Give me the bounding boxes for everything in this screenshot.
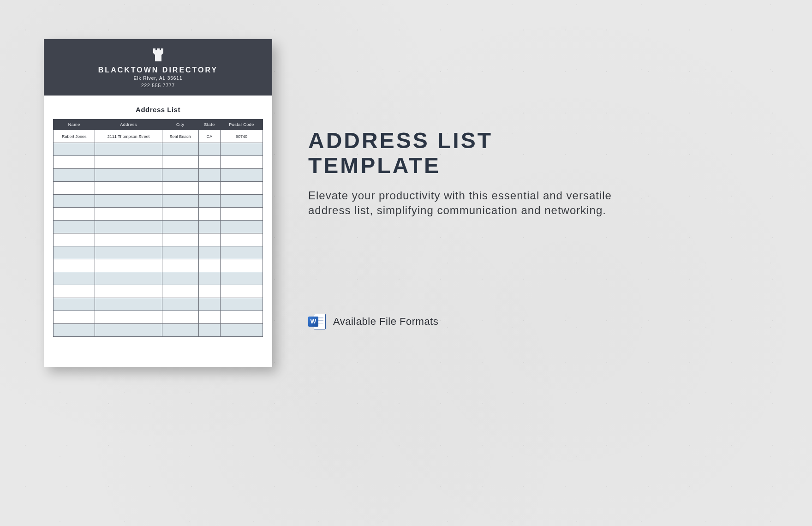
cell-empty — [199, 285, 221, 298]
table-row — [54, 156, 263, 169]
cell-empty — [199, 233, 221, 246]
list-heading: Address List — [44, 106, 272, 114]
cell-empty — [199, 182, 221, 195]
cell-state: CA — [199, 130, 221, 143]
cell-empty — [221, 246, 263, 259]
cell-empty — [162, 259, 199, 272]
cell-empty — [221, 208, 263, 221]
col-name: Name — [54, 120, 95, 130]
col-city: City — [162, 120, 199, 130]
cell-empty — [162, 156, 199, 169]
cell-empty — [162, 272, 199, 285]
cell-empty — [95, 285, 162, 298]
cell-empty — [95, 298, 162, 311]
table-row — [54, 272, 263, 285]
file-formats: W Available File Formats — [308, 313, 438, 330]
cell-empty — [54, 143, 95, 156]
file-formats-label: Available File Formats — [333, 316, 438, 328]
cell-empty — [95, 182, 162, 195]
cell-empty — [199, 156, 221, 169]
cell-empty — [221, 182, 263, 195]
cell-empty — [199, 298, 221, 311]
promo-title: ADDRESS LIST TEMPLATE — [308, 128, 668, 178]
cell-empty — [54, 311, 95, 324]
cell-empty — [95, 233, 162, 246]
cell-empty — [54, 195, 95, 208]
cell-empty — [199, 169, 221, 182]
table-row — [54, 169, 263, 182]
cell-empty — [221, 311, 263, 324]
cell-empty — [95, 246, 162, 259]
cell-empty — [95, 156, 162, 169]
cell-city: Seal Beach — [162, 130, 199, 143]
promo-block: ADDRESS LIST TEMPLATE Elevate your produ… — [308, 128, 668, 218]
cell-empty — [54, 233, 95, 246]
document-address-line: Elk River, AL 35611 — [48, 75, 268, 82]
table-header-row: Name Address City State Postal Code — [54, 120, 263, 130]
cell-empty — [199, 324, 221, 337]
cell-empty — [54, 324, 95, 337]
cell-empty — [162, 221, 199, 233]
table-row — [54, 221, 263, 233]
cell-empty — [199, 143, 221, 156]
table-row — [54, 311, 263, 324]
cell-empty — [221, 156, 263, 169]
cell-empty — [54, 169, 95, 182]
table-row — [54, 208, 263, 221]
cell-empty — [54, 208, 95, 221]
cell-empty — [54, 285, 95, 298]
cell-empty — [162, 169, 199, 182]
cell-name: Robert Jones — [54, 130, 95, 143]
cell-empty — [162, 233, 199, 246]
cell-empty — [95, 143, 162, 156]
cell-empty — [221, 195, 263, 208]
table-row — [54, 246, 263, 259]
col-postal: Postal Code — [221, 120, 263, 130]
cell-empty — [54, 259, 95, 272]
cell-empty — [162, 182, 199, 195]
col-state: State — [199, 120, 221, 130]
cell-empty — [221, 233, 263, 246]
address-table: Name Address City State Postal Code Robe… — [53, 119, 263, 337]
document-phone: 222 555 7777 — [48, 83, 268, 89]
cell-empty — [95, 195, 162, 208]
cell-empty — [199, 246, 221, 259]
cell-empty — [199, 311, 221, 324]
table-row — [54, 233, 263, 246]
cell-empty — [162, 208, 199, 221]
cell-empty — [221, 272, 263, 285]
promo-description: Elevate your productivity with this esse… — [308, 188, 631, 218]
cell-empty — [95, 259, 162, 272]
cell-empty — [162, 143, 199, 156]
cell-empty — [54, 182, 95, 195]
word-badge-letter: W — [308, 317, 318, 327]
cell-empty — [162, 246, 199, 259]
cell-empty — [199, 208, 221, 221]
cell-empty — [95, 324, 162, 337]
table-row — [54, 298, 263, 311]
cell-empty — [95, 272, 162, 285]
table-row — [54, 324, 263, 337]
document-preview: BLACKTOWN DIRECTORY Elk River, AL 35611 … — [44, 39, 272, 367]
cell-empty — [162, 285, 199, 298]
promo-title-line2: TEMPLATE — [308, 153, 441, 178]
cell-empty — [54, 272, 95, 285]
cell-empty — [95, 221, 162, 233]
cell-empty — [221, 259, 263, 272]
table-row — [54, 259, 263, 272]
col-address: Address — [95, 120, 162, 130]
cell-empty — [221, 221, 263, 233]
cell-empty — [199, 195, 221, 208]
table-row — [54, 143, 263, 156]
document-org-name: BLACKTOWN DIRECTORY — [48, 66, 268, 74]
cell-empty — [162, 195, 199, 208]
cell-empty — [54, 221, 95, 233]
word-icon: W — [308, 313, 326, 330]
cell-postal: 90740 — [221, 130, 263, 143]
cell-empty — [221, 169, 263, 182]
cell-empty — [162, 311, 199, 324]
cell-empty — [221, 143, 263, 156]
castle-icon — [150, 47, 167, 63]
cell-empty — [162, 298, 199, 311]
document-header: BLACKTOWN DIRECTORY Elk River, AL 35611 … — [44, 39, 272, 96]
